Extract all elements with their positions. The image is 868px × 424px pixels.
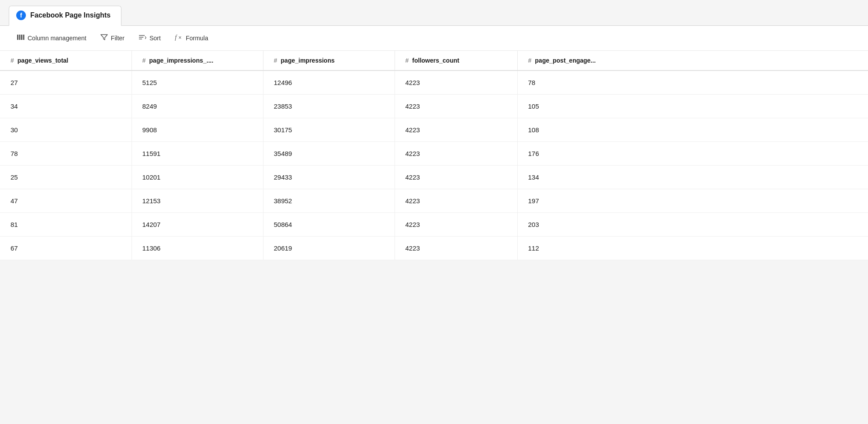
- cell-page_impressions-row-4: 29433: [263, 166, 395, 189]
- svg-rect-0: [17, 35, 18, 40]
- cell-page_views_total-row-2: 30: [0, 118, 132, 142]
- column-header-page-views-total[interactable]: # page_views_total: [0, 51, 132, 71]
- cell-page_post_engage-row-7: 112: [517, 237, 868, 260]
- table-container: # page_views_total # page_impressions_..…: [0, 51, 868, 260]
- cell-followers_count-row-4: 4223: [395, 166, 517, 189]
- cell-page_views_total-row-0: 27: [0, 71, 132, 95]
- cell-page_impressions-row-2: 30175: [263, 118, 395, 142]
- cell-followers_count-row-7: 4223: [395, 237, 517, 260]
- facebook-icon: f: [16, 11, 26, 20]
- sort-button[interactable]: Sort: [132, 31, 167, 46]
- formula-label: Formula: [186, 35, 208, 42]
- cell-page_post_engage-row-6: 203: [517, 213, 868, 237]
- app-container: f Facebook Page Insights Column manageme…: [0, 0, 868, 424]
- cell-followers_count-row-6: 4223: [395, 213, 517, 237]
- tab-bar: f Facebook Page Insights: [0, 0, 868, 26]
- cell-page_impressions-row-7: 20619: [263, 237, 395, 260]
- table-row: 2510201294334223134: [0, 166, 868, 189]
- filter-label: Filter: [111, 35, 125, 42]
- cell-page_post_engage-row-0: 78: [517, 71, 868, 95]
- cell-page_post_engage-row-1: 105: [517, 95, 868, 118]
- svg-rect-1: [19, 35, 21, 40]
- cell-page_impressions-row-5: 38952: [263, 189, 395, 213]
- cell-followers_count-row-2: 4223: [395, 118, 517, 142]
- cell-page_post_engage-row-2: 108: [517, 118, 868, 142]
- cell-page_impressions_u-row-4: 10201: [132, 166, 263, 189]
- table-row: 348249238534223105: [0, 95, 868, 118]
- cell-page_impressions-row-1: 23853: [263, 95, 395, 118]
- cell-page_impressions-row-6: 50864: [263, 213, 395, 237]
- formula-icon: f ×: [175, 34, 183, 42]
- cell-followers_count-row-3: 4223: [395, 142, 517, 166]
- table-row: 4712153389524223197: [0, 189, 868, 213]
- sort-label: Sort: [149, 35, 161, 42]
- cell-page_impressions_u-row-6: 14207: [132, 213, 263, 237]
- filter-icon: [100, 34, 108, 42]
- table-row: 7811591354894223176: [0, 142, 868, 166]
- column-management-icon: [17, 33, 25, 43]
- cell-page_impressions_u-row-3: 11591: [132, 142, 263, 166]
- svg-text:f: f: [175, 34, 178, 41]
- cell-page_views_total-row-4: 25: [0, 166, 132, 189]
- cell-followers_count-row-5: 4223: [395, 189, 517, 213]
- table-body: 2751251249642237834824923853422310530990…: [0, 71, 868, 260]
- tab-facebook-page-insights[interactable]: f Facebook Page Insights: [9, 6, 121, 26]
- cell-page_views_total-row-7: 67: [0, 237, 132, 260]
- cell-followers_count-row-0: 4223: [395, 71, 517, 95]
- column-header-page-impressions[interactable]: # page_impressions: [263, 51, 395, 71]
- svg-rect-2: [21, 35, 22, 40]
- column-header-page-post-engage[interactable]: # page_post_engage...: [517, 51, 868, 71]
- cell-page_post_engage-row-3: 176: [517, 142, 868, 166]
- sort-icon: [139, 34, 146, 42]
- cell-page_impressions_u-row-2: 9908: [132, 118, 263, 142]
- table-header-row: # page_views_total # page_impressions_..…: [0, 51, 868, 71]
- col-label-page-post-engage: page_post_engage...: [535, 57, 595, 64]
- table-row: 8114207508644223203: [0, 213, 868, 237]
- table-row: 6711306206194223112: [0, 237, 868, 260]
- cell-followers_count-row-1: 4223: [395, 95, 517, 118]
- col-hash-2: #: [142, 57, 146, 64]
- formula-button[interactable]: f × Formula: [169, 31, 214, 46]
- cell-page_views_total-row-3: 78: [0, 142, 132, 166]
- cell-page_impressions_u-row-7: 11306: [132, 237, 263, 260]
- cell-page_post_engage-row-4: 134: [517, 166, 868, 189]
- column-management-label: Column management: [28, 35, 86, 42]
- col-hash-4: #: [406, 57, 409, 64]
- column-header-page-impressions-u[interactable]: # page_impressions_....: [132, 51, 263, 71]
- col-label-page-impressions: page_impressions: [281, 57, 334, 64]
- table-row: 27512512496422378: [0, 71, 868, 95]
- column-header-followers-count[interactable]: # followers_count: [395, 51, 517, 71]
- col-label-page-views-total: page_views_total: [18, 57, 68, 64]
- cell-page_impressions_u-row-0: 5125: [132, 71, 263, 95]
- filter-button[interactable]: Filter: [94, 31, 131, 46]
- data-table: # page_views_total # page_impressions_..…: [0, 51, 868, 260]
- toolbar: Column management Filter Sort: [0, 26, 868, 51]
- cell-page_views_total-row-5: 47: [0, 189, 132, 213]
- col-hash-5: #: [528, 57, 532, 64]
- cell-page_post_engage-row-5: 197: [517, 189, 868, 213]
- cell-page_impressions-row-0: 12496: [263, 71, 395, 95]
- col-hash-1: #: [11, 57, 14, 64]
- table-row: 309908301754223108: [0, 118, 868, 142]
- tab-title: Facebook Page Insights: [30, 11, 110, 19]
- svg-rect-3: [23, 35, 25, 40]
- column-management-button[interactable]: Column management: [11, 30, 92, 46]
- cell-page_views_total-row-1: 34: [0, 95, 132, 118]
- cell-page_views_total-row-6: 81: [0, 213, 132, 237]
- col-hash-3: #: [274, 57, 277, 64]
- cell-page_impressions_u-row-5: 12153: [132, 189, 263, 213]
- col-label-page-impressions-u: page_impressions_....: [149, 57, 213, 64]
- cell-page_impressions-row-3: 35489: [263, 142, 395, 166]
- svg-text:×: ×: [178, 35, 181, 41]
- cell-page_impressions_u-row-1: 8249: [132, 95, 263, 118]
- col-label-followers-count: followers_count: [412, 57, 459, 64]
